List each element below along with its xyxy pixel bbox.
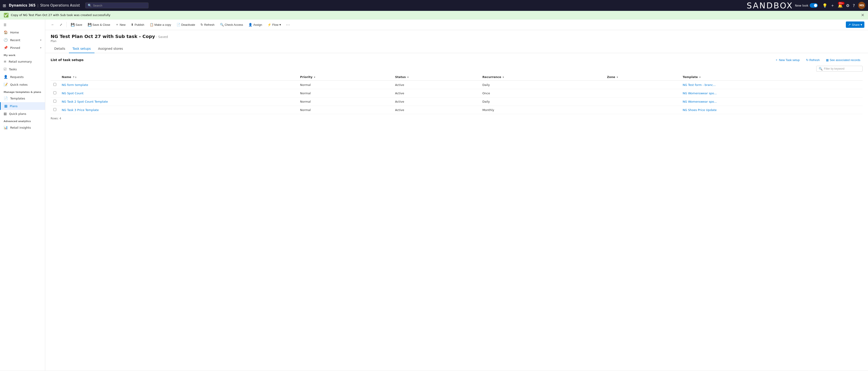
- list-refresh-button[interactable]: ↻ Refresh: [804, 57, 822, 63]
- sidebar-item-quick-plans[interactable]: ▦ Quick plans: [0, 110, 45, 118]
- back-button[interactable]: ←: [49, 22, 57, 28]
- row-template-2[interactable]: NG Womenswear spo...: [680, 97, 863, 106]
- tabs-container: Details Task setups Assigned stores: [45, 44, 868, 53]
- assign-button[interactable]: 👤 Assign: [246, 22, 264, 28]
- make-copy-label: Make a copy: [154, 23, 171, 26]
- row-checkbox-cell[interactable]: [51, 106, 59, 114]
- col-template[interactable]: Template ▾: [680, 73, 863, 81]
- row-name-2[interactable]: NG Task 2 Spot Count Template: [59, 97, 298, 106]
- toolbar-divider-1: [66, 22, 67, 27]
- filter-input-container[interactable]: 🔍: [816, 66, 863, 72]
- flow-button[interactable]: ⚡ Flow ▾: [265, 22, 283, 28]
- sidebar-item-home[interactable]: 🏠 Home: [0, 29, 45, 36]
- close-banner-button[interactable]: ✕: [861, 13, 864, 18]
- new-look-switch[interactable]: [810, 3, 818, 8]
- row-name-1[interactable]: NG Spot Count: [59, 89, 298, 97]
- copy-icon: 📋: [150, 23, 153, 26]
- list-actions: ＋ New Task setup ↻ Refresh ▦ See associa…: [773, 57, 863, 63]
- share-button[interactable]: ↗ Share ▾: [846, 22, 864, 28]
- save-close-icon: 💾: [88, 23, 92, 26]
- row-status-2: Active: [393, 97, 480, 106]
- col-status[interactable]: Status ▾: [393, 73, 480, 81]
- save-close-button[interactable]: 💾 Save & Close: [86, 22, 113, 28]
- row-template-1[interactable]: NG Womenswear spo...: [680, 89, 863, 97]
- app-name-group: Dynamics 365 | Store Operations Assist: [9, 3, 80, 7]
- sidebar-item-retail-summary[interactable]: ≡ Retail summary: [0, 58, 45, 65]
- notification-badge: 99+: [838, 2, 844, 5]
- tab-details[interactable]: Details: [51, 44, 69, 53]
- row-zone-1: [604, 89, 680, 97]
- row-checkbox-cell[interactable]: [51, 97, 59, 106]
- sidebar-item-templates[interactable]: 📄 Templates: [0, 94, 45, 102]
- row-status-3: Active: [393, 106, 480, 114]
- assign-label: Assign: [253, 23, 262, 26]
- row-priority-3: Normal: [298, 106, 393, 114]
- sidebar-item-quick-notes[interactable]: 📝 Quick notes: [0, 81, 45, 88]
- make-copy-button[interactable]: 📋 Make a copy: [147, 22, 174, 28]
- plus-icon[interactable]: ＋: [831, 3, 835, 8]
- more-options-icon[interactable]: ⋯: [284, 22, 292, 28]
- filter-input[interactable]: [824, 67, 860, 70]
- row-template-3[interactable]: NG Shoes Price Update: [680, 106, 863, 114]
- publish-label: Publish: [134, 23, 144, 26]
- deactivate-icon: 📄: [177, 23, 180, 26]
- retail-insights-icon: 📊: [4, 125, 8, 129]
- row-recurrence-2: Daily: [480, 97, 604, 106]
- row-name-3[interactable]: NG Task 3 Price Template: [59, 106, 298, 114]
- module-title: Store Operations Assist: [40, 3, 80, 7]
- tab-task-setups[interactable]: Task setups: [69, 44, 94, 53]
- success-icon: ✅: [4, 13, 8, 18]
- row-zone-0: [604, 81, 680, 89]
- avatar[interactable]: MS: [858, 2, 865, 9]
- search-bar[interactable]: 🔍: [85, 2, 149, 8]
- tab-assigned-stores[interactable]: Assigned stores: [94, 44, 127, 53]
- refresh-button[interactable]: ↻ Refresh: [198, 22, 217, 28]
- new-button[interactable]: ＋ New: [113, 21, 128, 28]
- row-checkbox-2[interactable]: [53, 100, 56, 103]
- filter-icon: 🔍: [819, 67, 823, 70]
- row-checkbox-1[interactable]: [53, 91, 56, 94]
- waffle-icon[interactable]: ⊞: [3, 3, 6, 8]
- col-name[interactable]: Name ↑↓: [59, 73, 298, 81]
- hamburger-icon: ☰: [4, 23, 6, 27]
- save-button[interactable]: 💾 Save: [68, 22, 85, 28]
- sidebar-item-requests[interactable]: 👤 Requests: [0, 73, 45, 81]
- record-title-row: NG Test Plan Oct 27 with Sub task - Copy…: [51, 34, 863, 39]
- expand-button[interactable]: ⤢: [57, 22, 65, 28]
- row-checkbox-0[interactable]: [53, 83, 56, 86]
- publish-button[interactable]: ⬆ Publish: [129, 22, 147, 28]
- table-row: NG Task 3 Price Template Normal Active M…: [51, 106, 863, 114]
- sidebar-item-pinned[interactable]: 📌 Pinned ▾: [0, 44, 45, 52]
- row-checkbox-cell[interactable]: [51, 89, 59, 97]
- sidebar-plans-label: Plans: [10, 104, 18, 108]
- sidebar-item-plans[interactable]: ▦ Plans: [0, 102, 45, 110]
- list-refresh-label: Refresh: [809, 58, 820, 62]
- notifications-icon[interactable]: 🔔 99+: [838, 3, 843, 8]
- table-header-row: Name ↑↓ Priority ▾ Status ▾ Recurrence: [51, 73, 863, 81]
- sandbox-label: SANDBOX: [747, 1, 793, 10]
- sidebar-collapse-button[interactable]: ☰: [0, 21, 45, 29]
- deactivate-button[interactable]: 📄 Deactivate: [174, 22, 197, 28]
- share-icon: ↗: [848, 23, 851, 26]
- see-associated-button[interactable]: ▦ See associated records: [824, 57, 863, 63]
- sidebar-item-tasks[interactable]: ☑ Tasks: [0, 65, 45, 73]
- sidebar-item-recent[interactable]: 🕐 Recent ▾: [0, 36, 45, 44]
- row-name-0[interactable]: NG form template: [59, 81, 298, 89]
- new-task-setup-button[interactable]: ＋ New Task setup: [773, 57, 802, 63]
- sidebar-item-retail-insights[interactable]: 📊 Retail insights: [0, 124, 45, 131]
- col-recurrence[interactable]: Recurrence ▾: [480, 73, 604, 81]
- settings-icon[interactable]: ⚙: [846, 3, 849, 8]
- search-input[interactable]: [93, 4, 146, 7]
- tab-assigned-stores-label: Assigned stores: [98, 47, 123, 51]
- check-access-button[interactable]: 🔍 Check Access: [218, 22, 246, 28]
- sidebar-retail-summary-label: Retail summary: [9, 60, 32, 63]
- row-template-0[interactable]: NG Test form - branc...: [680, 81, 863, 89]
- toolbar: ← ⤢ 💾 Save 💾 Save & Close ＋ New ⬆ Publis…: [45, 20, 868, 30]
- lightbulb-icon[interactable]: 💡: [822, 3, 827, 8]
- row-checkbox-3[interactable]: [53, 108, 56, 111]
- row-checkbox-cell[interactable]: [51, 81, 59, 89]
- help-icon[interactable]: ?: [852, 3, 855, 8]
- col-priority[interactable]: Priority ▾: [298, 73, 393, 81]
- sort-icon-priority: ▾: [314, 76, 315, 79]
- col-zone[interactable]: Zone ▾: [604, 73, 680, 81]
